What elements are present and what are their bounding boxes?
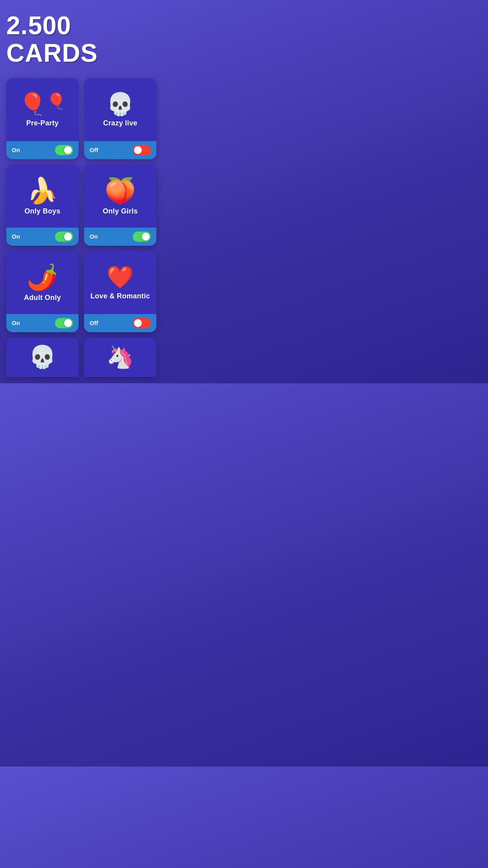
toggle-knob-only-boys	[64, 233, 72, 241]
card-body-adult-only: 🌶️ Adult Only	[6, 251, 79, 314]
card-title-only-boys: Only Boys	[24, 207, 61, 215]
toggle-knob-love-romantic	[134, 319, 142, 327]
toggle-knob-adult-only	[64, 319, 72, 327]
card-emoji-card-7: 💀	[29, 346, 56, 368]
card-body-only-girls: 🍑 Only Girls	[84, 165, 156, 228]
card-emoji-adult-only: 🌶️	[27, 265, 58, 290]
card-footer-pre-party: On	[6, 141, 79, 159]
card-footer-only-girls: On	[84, 228, 156, 246]
toggle-only-boys[interactable]	[55, 232, 73, 242]
card-status-adult-only: On	[12, 320, 20, 326]
card-footer-only-boys: On	[6, 228, 79, 246]
card-body-crazy-live: 💀 Crazy live	[84, 78, 156, 141]
card-crazy-live: 💀 Crazy live Off	[84, 78, 156, 159]
toggle-knob-crazy-live	[134, 146, 142, 154]
card-body-love-romantic: ❤️ Love & Romantic	[84, 251, 156, 314]
card-adult-only: 🌶️ Adult Only On	[6, 251, 79, 332]
cards-grid: 🎈🎈 Pre-Party On 💀 Crazy live Off	[6, 78, 156, 377]
card-footer-love-romantic: Off	[84, 314, 156, 332]
card-body-only-boys: 🍌 Only Boys	[6, 165, 79, 228]
card-only-girls: 🍑 Only Girls On	[84, 165, 156, 246]
toggle-only-girls[interactable]	[133, 232, 151, 242]
page-title: 2.500 CARDS	[6, 12, 156, 67]
card-title-pre-party: Pre-Party	[26, 119, 59, 127]
card-status-crazy-live: Off	[90, 147, 98, 153]
toggle-love-romantic[interactable]	[133, 318, 151, 328]
toggle-pre-party[interactable]	[55, 145, 73, 155]
toggle-knob-only-girls	[142, 233, 150, 241]
card-emoji-love-romantic: ❤️	[106, 266, 134, 288]
card-card-7: 💀	[6, 338, 79, 377]
card-only-boys: 🍌 Only Boys On	[6, 165, 79, 246]
toggle-adult-only[interactable]	[55, 318, 73, 328]
card-status-pre-party: On	[12, 147, 20, 153]
card-title-only-girls: Only Girls	[103, 207, 138, 215]
card-title-crazy-live: Crazy live	[103, 119, 137, 127]
card-card-8: 🦄	[84, 338, 156, 377]
card-emoji-only-boys: 🍌	[27, 178, 58, 203]
card-status-only-boys: On	[12, 233, 20, 240]
card-emoji-crazy-live: 💀	[106, 93, 134, 115]
card-body-pre-party: 🎈🎈 Pre-Party	[6, 78, 79, 141]
card-emoji-pre-party: 🎈🎈	[19, 93, 66, 115]
card-emoji-card-8: 🦄	[106, 346, 134, 368]
toggle-knob-pre-party	[64, 146, 72, 154]
card-status-only-girls: On	[90, 233, 98, 240]
card-footer-crazy-live: Off	[84, 141, 156, 159]
card-love-romantic: ❤️ Love & Romantic Off	[84, 251, 156, 332]
card-footer-adult-only: On	[6, 314, 79, 332]
card-title-adult-only: Adult Only	[24, 294, 61, 302]
card-emoji-only-girls: 🍑	[105, 178, 136, 203]
card-title-love-romantic: Love & Romantic	[90, 292, 150, 300]
card-pre-party: 🎈🎈 Pre-Party On	[6, 78, 79, 159]
card-body-card-7: 💀	[6, 338, 79, 377]
card-status-love-romantic: Off	[90, 320, 98, 326]
card-body-card-8: 🦄	[84, 338, 156, 377]
toggle-crazy-live[interactable]	[133, 145, 151, 155]
